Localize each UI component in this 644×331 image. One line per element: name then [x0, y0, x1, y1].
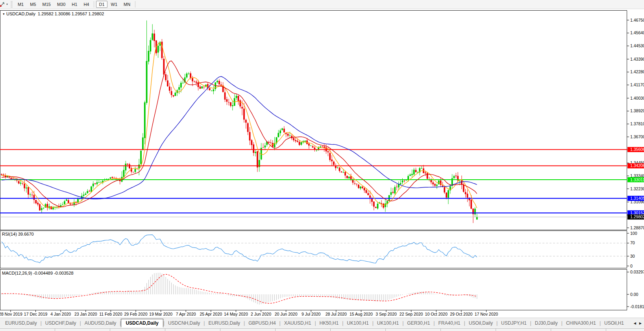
timeframe-button-mn[interactable]: MN	[121, 1, 133, 8]
chart-tab-usoil-h1[interactable]: USOil,H1	[601, 319, 627, 327]
chart-tab-usdchf-daily[interactable]: USDCHF,Daily	[42, 319, 80, 327]
cursor-tool-icon[interactable]	[0, 1, 5, 7]
timeframe-button-h4[interactable]: H4	[81, 1, 92, 8]
chart-tab-uk100-h1[interactable]: UK100,H1	[374, 319, 402, 327]
svg-text:0.032972: 0.032972	[630, 270, 644, 274]
svg-text:14 May 2020: 14 May 2020	[224, 312, 248, 316]
svg-text:3 Sep 2020: 3 Sep 2020	[376, 312, 397, 316]
svg-text:9 Jul 2020: 9 Jul 2020	[302, 312, 321, 316]
svg-text:15 Aug 2020: 15 Aug 2020	[350, 312, 373, 316]
svg-text:30: 30	[630, 254, 635, 258]
macd-pane[interactable]	[0, 270, 627, 311]
svg-text:29 Feb 2020: 29 Feb 2020	[124, 312, 148, 316]
macd-axis: 0.0329720.00-0.018154	[627, 270, 644, 309]
timeframe-button-h1[interactable]: H1	[69, 1, 80, 8]
chart-tab-audusd-daily[interactable]: AUDUSD,Daily	[81, 319, 120, 327]
chart-tab-eurusd-daily[interactable]: EURUSD,Daily	[2, 319, 41, 327]
tab-scroll-left-button[interactable]: ◀	[632, 321, 638, 326]
chart-tab-fra40-h1[interactable]: FRA40,H1	[435, 319, 464, 327]
chart-tab-usdcnh-daily[interactable]: USDCNH,Daily	[165, 319, 204, 327]
svg-text:1.38920: 1.38920	[630, 108, 644, 113]
status-bar	[0, 328, 644, 331]
tab-scroll-right-button[interactable]: ▶	[638, 321, 643, 326]
svg-text:1.33011: 1.33011	[630, 177, 644, 182]
svg-text:1.40030: 1.40030	[630, 96, 644, 100]
svg-text:-0.018154: -0.018154	[630, 304, 644, 309]
macd-indicator-label: MACD(12,26,9) -0.004489 -0.003528	[2, 271, 74, 275]
svg-text:100: 100	[630, 231, 637, 236]
timeframe-button-m5[interactable]: M5	[27, 1, 39, 8]
main-price-pane[interactable]	[0, 11, 627, 230]
svg-text:1.31405: 1.31405	[630, 196, 644, 201]
svg-text:29 Oct 2020: 29 Oct 2020	[450, 312, 472, 316]
svg-text:1.37810: 1.37810	[630, 121, 644, 126]
price-axis[interactable]: 1.467501.456401.445301.433901.422801.411…	[627, 18, 644, 230]
svg-text:25 Apr 2020: 25 Apr 2020	[200, 312, 222, 316]
chart-symbol-period: USDCAD,Daily	[6, 11, 35, 16]
timeframe-toolbar: ▼ M1M5M15M30H1H4D1W1MN	[0, 0, 644, 9]
svg-text:1.43390: 1.43390	[630, 57, 644, 61]
mt4-window: ▼ M1M5M15M30H1H4D1W1MN 1.467501.456401.4…	[0, 0, 644, 331]
svg-text:28 Jul 2020: 28 Jul 2020	[326, 312, 347, 316]
timeframe-button-w1[interactable]: W1	[108, 1, 120, 8]
svg-text:7 Apr 2020: 7 Apr 2020	[176, 312, 196, 316]
rsi-indicator-label: RSI(14) 39.6670	[2, 232, 34, 236]
rsi-axis: 10070300	[627, 231, 637, 268]
chart-tab-xauusd-h1[interactable]: XAUUSD,H1	[281, 319, 315, 327]
svg-text:1.41170: 1.41170	[630, 82, 644, 87]
toolbar-grip[interactable]	[11, 1, 13, 7]
timeframe-button-m15[interactable]: M15	[40, 1, 54, 8]
rsi-pane[interactable]	[0, 231, 627, 268]
chart-tab-ger30-h1[interactable]: GER30,H1	[403, 319, 433, 327]
svg-text:1.28870: 1.28870	[630, 225, 644, 230]
svg-text:2 Jun 2020: 2 Jun 2020	[251, 312, 271, 316]
chart-tab-dj30-daily[interactable]: DJ30,Daily	[531, 319, 561, 327]
svg-text:28 Nov 2019: 28 Nov 2019	[0, 312, 22, 316]
svg-text:1.29802: 1.29802	[630, 214, 644, 219]
chart-menu-icon[interactable]: ▼	[2, 13, 5, 15]
svg-text:4 Jan 2020: 4 Jan 2020	[50, 312, 71, 316]
chart-tab-bar: EURUSD,Daily|USDCHF,Daily|AUDUSD,Daily|U…	[0, 318, 644, 328]
chart-tab-usoil-daily[interactable]: USOil,Daily	[465, 319, 496, 327]
chevron-down-icon[interactable]: ▼	[6, 3, 8, 6]
svg-text:1.36700: 1.36700	[630, 134, 644, 139]
svg-text:20 Jun 2020: 20 Jun 2020	[275, 312, 298, 316]
svg-text:10 Oct 2020: 10 Oct 2020	[425, 312, 448, 316]
chart-tab-usdcad-daily[interactable]: USDCAD,Daily	[121, 319, 163, 327]
svg-text:23 Jan 2020: 23 Jan 2020	[74, 312, 97, 316]
toolbar-separator	[94, 1, 94, 7]
svg-text:1.46750: 1.46750	[630, 18, 644, 22]
svg-text:70: 70	[630, 240, 635, 245]
svg-text:17 Dec 2019: 17 Dec 2019	[24, 312, 48, 316]
svg-text:1.44530: 1.44530	[630, 43, 644, 48]
svg-text:1.34206: 1.34206	[630, 163, 644, 168]
chart-canvas[interactable]: 1.467501.456401.445301.433901.422801.411…	[0, 0, 644, 318]
svg-text:22 Sep 2020: 22 Sep 2020	[400, 312, 423, 316]
chart-tab-china300-h1[interactable]: CHINA300,H1	[563, 319, 600, 327]
chart-tab-hk50-h1[interactable]: HK50,H1	[316, 319, 342, 327]
chart-title: ▼USDCAD,Daily 1.29582 1.30086 1.29567 1.…	[2, 11, 104, 16]
svg-text:1.42280: 1.42280	[630, 69, 644, 74]
timeframe-button-m30[interactable]: M30	[54, 1, 68, 8]
timeframe-button-m1[interactable]: M1	[15, 1, 26, 8]
svg-text:0: 0	[630, 264, 633, 268]
svg-text:0.00: 0.00	[630, 292, 638, 297]
time-axis[interactable]: 28 Nov 201917 Dec 20194 Jan 202023 Jan 2…	[0, 310, 498, 316]
toolbar-separator	[135, 1, 135, 7]
chart-tab-eurusd-daily[interactable]: EURUSD,Daily	[205, 319, 244, 327]
svg-text:1.35606: 1.35606	[630, 147, 644, 152]
svg-text:11 Feb 2020: 11 Feb 2020	[99, 312, 122, 316]
timeframe-button-d1[interactable]: D1	[96, 1, 107, 8]
svg-text:19 Mar 2020: 19 Mar 2020	[149, 312, 172, 316]
tab-scroll-buttons: ◀ ▶	[631, 318, 643, 328]
svg-text:17 Nov 2020: 17 Nov 2020	[475, 312, 498, 316]
chart-tab-gbpusd-h4[interactable]: GBPUSD,H4	[245, 319, 279, 327]
chart-tab-uk100-h1[interactable]: UK100,H1	[343, 319, 372, 327]
chart-ohlc-values: 1.29582 1.30086 1.29567 1.29802	[38, 11, 104, 16]
svg-text:1.45640: 1.45640	[630, 30, 644, 35]
chart-tab-usdjpy-h1[interactable]: USDJPY,H1	[498, 319, 530, 327]
svg-text:1.32230: 1.32230	[630, 186, 644, 191]
